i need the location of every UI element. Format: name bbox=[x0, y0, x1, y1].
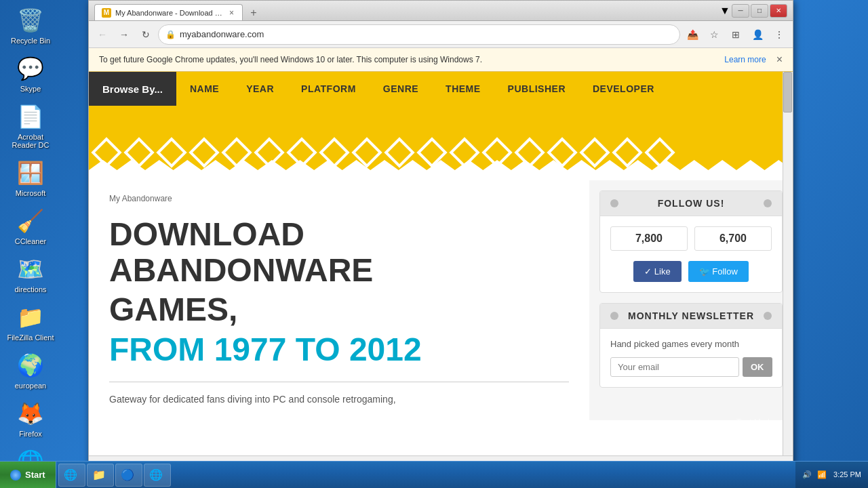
desktop-icon-skype[interactable]: 💬 Skype bbox=[3, 52, 58, 96]
scrollbar[interactable] bbox=[783, 72, 793, 455]
tab-favicon: M bbox=[102, 8, 111, 18]
start-label: Start bbox=[25, 470, 45, 480]
email-input[interactable] bbox=[610, 357, 739, 377]
skype-icon: 💬 bbox=[17, 55, 44, 82]
site-navigation: Browse By... NAME YEAR PLATFORM GENRE TH… bbox=[89, 72, 793, 106]
social-counts: 7,800 6,700 bbox=[600, 216, 782, 261]
tab-title: My Abandonware - Download Old V... bbox=[115, 9, 224, 17]
european-icon: 🌍 bbox=[17, 352, 44, 379]
scrollbar-thumb[interactable] bbox=[783, 72, 792, 113]
follow-widget-header: FOLLOW US! bbox=[600, 191, 782, 216]
info-bar-text: To get future Google Chrome updates, you… bbox=[99, 55, 724, 64]
tab-close-button[interactable]: × bbox=[228, 7, 235, 18]
widget-corner-right bbox=[764, 199, 772, 207]
microsoft-icon: 🪟 bbox=[17, 159, 44, 186]
newsletter-corner-left bbox=[610, 312, 618, 320]
desktop-icon-directions[interactable]: 🗺️ directions bbox=[3, 252, 58, 297]
system-tray-icons: 🔊 📶 bbox=[802, 470, 827, 479]
learn-more-link[interactable]: Learn more bbox=[724, 55, 766, 64]
filezilla-label: FileZilla Client bbox=[7, 333, 54, 342]
desktop-icon-acrobat[interactable]: 📄 Acrobat Reader DC bbox=[3, 100, 58, 152]
year-heading: FROM 1977 TO 2012 bbox=[109, 331, 569, 368]
nav-item-genre[interactable]: GENRE bbox=[370, 72, 432, 106]
acrobat-label: Acrobat Reader DC bbox=[7, 133, 54, 149]
url-input[interactable] bbox=[180, 29, 673, 39]
social-buttons: ✓ Like 🐦 Follow bbox=[600, 261, 782, 292]
ccleaner-icon: 🧹 bbox=[17, 207, 44, 235]
main-content-area: My Abandonware DOWNLOAD ABANDONWARE GAME… bbox=[89, 180, 793, 420]
nav-item-theme[interactable]: THEME bbox=[432, 72, 494, 106]
menu-button[interactable]: ⋮ bbox=[770, 25, 789, 44]
taskbar-explorer-icon: 📁 bbox=[93, 469, 105, 481]
nav-action-buttons: 📤 ☆ ⊞ 👤 ⋮ bbox=[683, 25, 789, 44]
desktop-icon-recycle-bin[interactable]: 🗑️ Recycle Bin bbox=[3, 3, 58, 48]
newsletter-widget-title: MONTHLY NEWSLETTER bbox=[618, 310, 764, 321]
taskbar-chrome-icon: 🔵 bbox=[121, 469, 134, 481]
microsoft-label: Microsoft bbox=[16, 189, 46, 197]
follow-widget-title: FOLLOW US! bbox=[618, 198, 764, 209]
close-button[interactable]: ✕ bbox=[770, 4, 787, 18]
windows-orb bbox=[10, 470, 21, 481]
cast-button[interactable]: 📤 bbox=[683, 25, 702, 44]
sub-text: Gateway for dedicated fans diving into P… bbox=[109, 392, 569, 407]
like-button[interactable]: ✓ Like bbox=[633, 261, 681, 282]
nav-item-year[interactable]: YEAR bbox=[233, 72, 288, 106]
desktop-icon-area: 🗑️ Recycle Bin 💬 Skype 📄 Acrobat Reader … bbox=[0, 0, 81, 488]
desktop-icon-firefox[interactable]: 🦊 Firefox bbox=[3, 396, 58, 441]
taskbar-item-chrome[interactable]: 🔵 bbox=[115, 464, 142, 487]
maximize-button[interactable]: □ bbox=[751, 4, 768, 18]
filezilla-icon: 📁 bbox=[17, 304, 44, 331]
title-bar: M My Abandonware - Download Old V... × +… bbox=[89, 1, 793, 21]
european-label: european bbox=[15, 382, 47, 390]
nav-item-publisher[interactable]: PUBLISHER bbox=[494, 72, 579, 106]
nav-item-developer[interactable]: DEVELOPER bbox=[579, 72, 668, 106]
main-heading-line2: GAMES, bbox=[109, 292, 569, 328]
clock-time: 3:25 PM bbox=[833, 470, 861, 480]
page-content: Browse By... NAME YEAR PLATFORM GENRE TH… bbox=[89, 72, 793, 455]
address-bar[interactable]: 🔒 bbox=[158, 24, 680, 45]
acrobat-icon: 📄 bbox=[17, 103, 44, 130]
nav-item-name[interactable]: NAME bbox=[176, 72, 233, 106]
tray-icon-network[interactable]: 📶 bbox=[817, 470, 827, 479]
profile-button[interactable]: 👤 bbox=[748, 25, 767, 44]
hero-pattern bbox=[89, 106, 793, 180]
desktop: 🗑️ Recycle Bin 💬 Skype 📄 Acrobat Reader … bbox=[0, 0, 868, 488]
desktop-icon-microsoft[interactable]: 🪟 Microsoft bbox=[3, 156, 58, 201]
system-tray: 🔊 📶 3:25 PM bbox=[795, 462, 868, 488]
breadcrumb: My Abandonware bbox=[109, 194, 569, 203]
ccleaner-label: CCleaner bbox=[15, 237, 46, 245]
nav-item-platform[interactable]: PLATFORM bbox=[288, 72, 370, 106]
newsletter-widget: MONTHLY NEWSLETTER Hand picked games eve… bbox=[599, 303, 783, 388]
newsletter-form: OK bbox=[610, 357, 772, 377]
navigation-bar: ← → ↻ 🔒 📤 ☆ ⊞ 👤 ⋮ bbox=[89, 21, 793, 48]
taskbar-ie-icon: 🌐 bbox=[64, 469, 77, 481]
desktop-icon-filezilla[interactable]: 📁 FileZilla Client bbox=[3, 300, 58, 345]
newsletter-body: Hand picked games every month OK bbox=[600, 329, 782, 387]
browse-by-button[interactable]: Browse By... bbox=[89, 72, 176, 106]
follow-button[interactable]: 🐦 Follow bbox=[688, 261, 749, 282]
left-content: My Abandonware DOWNLOAD ABANDONWARE GAME… bbox=[89, 180, 589, 420]
bookmark-button[interactable]: ☆ bbox=[705, 25, 724, 44]
firefox-icon: 🦊 bbox=[17, 400, 44, 427]
tray-icon-sound[interactable]: 🔊 bbox=[802, 470, 812, 479]
reload-button[interactable]: ↻ bbox=[136, 25, 155, 44]
desktop-icon-european[interactable]: 🌍 european bbox=[3, 348, 58, 393]
tab-overflow-button[interactable]: ▼ bbox=[718, 4, 732, 18]
active-tab[interactable]: M My Abandonware - Download Old V... × bbox=[94, 4, 243, 20]
info-bar-close-button[interactable]: × bbox=[776, 54, 783, 66]
minimize-button[interactable]: ─ bbox=[732, 4, 749, 18]
window-controls: ─ □ ✕ bbox=[732, 4, 787, 18]
taskbar-item-explorer[interactable]: 📁 bbox=[87, 464, 114, 487]
forward-button[interactable]: → bbox=[115, 25, 134, 44]
desktop-icon-ccleaner[interactable]: 🧹 CCleaner bbox=[3, 204, 58, 249]
taskbar-item-ie2[interactable]: 🌐 bbox=[144, 464, 171, 487]
new-tab-button[interactable]: + bbox=[245, 5, 262, 20]
tab-area: M My Abandonware - Download Old V... × + bbox=[94, 1, 718, 20]
newsletter-corner-right bbox=[764, 312, 772, 320]
taskbar-item-ie[interactable]: 🌐 bbox=[58, 464, 85, 487]
ok-button[interactable]: OK bbox=[743, 357, 772, 377]
split-view-button[interactable]: ⊞ bbox=[726, 25, 745, 44]
taskbar-items: 🌐 📁 🔵 🌐 bbox=[56, 462, 795, 488]
start-button[interactable]: Start bbox=[0, 462, 56, 488]
lock-icon: 🔒 bbox=[165, 30, 176, 39]
